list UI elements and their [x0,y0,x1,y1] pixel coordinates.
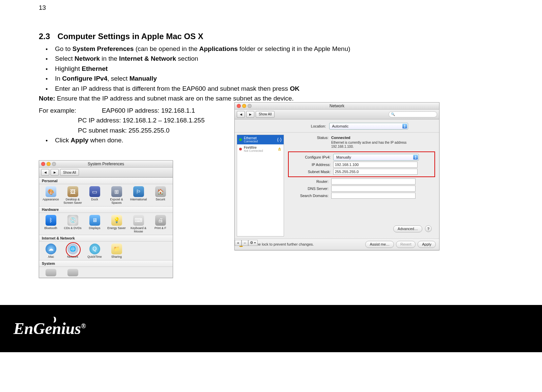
pref-dotmac[interactable]: ☁.Mac [40,244,62,259]
note-label: Note: [39,95,55,102]
zoom-button[interactable] [52,162,56,166]
heading-number: 2.3 [39,32,50,41]
status-label: Status: [288,136,329,140]
status-description: Ethernet is currently active and has the… [331,141,419,149]
configure-ipv4-popup[interactable]: Manually▲▼ [333,154,419,161]
bullet-item: In Configure IPv4, select Manually [46,74,505,83]
window-title: Network [330,104,344,108]
section-hardware: Hardware [39,206,173,213]
bullet-item: Highlight Ethernet [46,64,505,74]
status-dot-icon [239,148,242,150]
heading-title: Computer Settings in Apple Mac OS X [57,32,203,41]
action-menu-button[interactable]: ⚙▼ [248,240,258,246]
ip-label: IP Address: [290,163,331,167]
status-dot-icon [239,138,242,141]
pref-print[interactable]: 🖨Print & F [149,215,171,233]
window-titlebar: System Preferences [39,161,173,168]
minimize-button[interactable] [242,104,246,108]
interface-list: EthernetConnected ⟨·⟩ FireWireNot Connec… [237,135,284,236]
highlight-circle [66,242,81,257]
assist-button[interactable]: Assist me… [365,241,394,248]
back-button[interactable]: ◀ [41,169,49,176]
ethernet-icon: ⟨·⟩ [277,137,282,142]
dns-input[interactable] [331,186,416,192]
search-field[interactable]: 🔍 [389,111,437,117]
pref-keyboard[interactable]: ⌨Keyboard & Mouse [127,215,149,233]
brand-logo: )))) EnGenius® [13,319,86,338]
note-text: Ensure that the IP address and subnet ma… [55,95,294,102]
instruction-list: Go to System Preferences (can be opened … [39,44,505,93]
firewire-icon: ⋔ [278,146,282,152]
bullet-item: Enter an IP address that is different fr… [46,84,505,93]
pref-system-item[interactable] [40,269,62,276]
page-footer: )))) EnGenius® [0,305,542,352]
section-personal: Personal [39,177,173,184]
example-block: For example:EAP600 IP address: 192.168.1… [39,106,221,135]
back-button[interactable]: ◀ [237,111,245,118]
revert-button[interactable]: Revert [396,241,416,248]
bullet-item: Go to System Preferences (can be opened … [46,44,505,54]
add-interface-button[interactable]: + [235,240,241,246]
zoom-button[interactable] [248,104,252,108]
pref-bluetooth[interactable]: ᛒBluetooth [40,215,62,233]
network-preferences-window: Network ◀ ▶ Show All 🔍 Location: Automat… [234,102,439,250]
search-domains-label: Search Domains: [288,194,329,198]
bullet-item: Select Network in the Internet & Network… [46,54,505,63]
close-button[interactable] [41,162,45,166]
forward-button[interactable]: ▶ [51,169,59,176]
show-all-button[interactable]: Show All [60,169,79,176]
signal-icon: )))) [53,316,55,323]
pref-international[interactable]: 🏳International [127,186,149,205]
window-footer: 🔓 Click the lock to prevent further chan… [235,239,439,250]
configure-label: Configure IPv4: [290,155,331,159]
remove-interface-button[interactable]: − [241,240,248,246]
location-popup[interactable]: Automatic▲▼ [329,123,408,130]
window-toolbar: ◀ ▶ Show All 🔍 [235,110,439,119]
page-number: 13 [39,4,505,11]
window-title: System Preferences [88,162,124,166]
ip-address-input[interactable]: 192.168.1.100 [333,162,418,168]
router-label: Router: [288,179,329,184]
pref-sharing[interactable]: 📁Sharing [106,244,127,259]
sidebar-item-firewire[interactable]: FireWireNot Connected ⋔ [237,144,284,154]
router-input[interactable] [331,178,416,185]
highlighted-config-box: Configure IPv4: Manually▲▼ IP Address: 1… [288,151,435,177]
pref-dock[interactable]: ▭Dock [84,186,106,205]
mask-label: Subnet Mask: [290,170,331,174]
close-button[interactable] [237,104,241,108]
search-icon: 🔍 [391,112,395,116]
forward-button[interactable]: ▶ [246,111,254,118]
window-toolbar: ◀ ▶ Show All [39,168,173,177]
advanced-button[interactable]: Advanced… [393,225,422,232]
search-domains-input[interactable] [331,193,416,199]
gear-icon: ⚙ [250,241,253,245]
pref-network[interactable]: 🌐Network [62,244,84,259]
pref-cds[interactable]: 💿CDs & DVDs [62,215,84,233]
pref-expose[interactable]: ⊞Exposé & Spaces [106,186,127,205]
pref-quicktime[interactable]: QQuickTime [84,244,106,259]
minimize-button[interactable] [47,162,51,166]
bullet-item: Click Apply when done. [46,135,221,145]
system-preferences-window: System Preferences ◀ ▶ Show All Personal… [39,160,173,278]
status-value: Connected [331,136,350,140]
apply-button[interactable]: Apply [418,241,436,248]
pref-appearance[interactable]: 🎨Appearance [40,186,62,205]
pref-displays[interactable]: 🖥Displays [84,215,106,233]
section-system: System [39,260,173,267]
help-button[interactable]: ? [425,225,432,232]
show-all-button[interactable]: Show All [256,111,275,118]
pref-security[interactable]: 🏠Securit [149,186,171,205]
section-heading: 2.3Computer Settings in Apple Mac OS X [39,32,505,41]
pref-energy[interactable]: 💡Energy Saver [106,215,127,233]
window-titlebar: Network [235,103,439,110]
instruction-list-2: Click Apply when done. [39,135,221,145]
sidebar-item-ethernet[interactable]: EthernetConnected ⟨·⟩ [237,135,284,144]
section-internet: Internet & Network [39,235,173,242]
dns-label: DNS Server: [288,187,329,191]
pref-system-item[interactable] [62,269,84,276]
pref-desktop[interactable]: 🖼Desktop & Screen Saver [62,186,84,205]
location-label: Location: [266,124,326,128]
subnet-mask-input[interactable]: 255.255.255.0 [333,169,418,175]
